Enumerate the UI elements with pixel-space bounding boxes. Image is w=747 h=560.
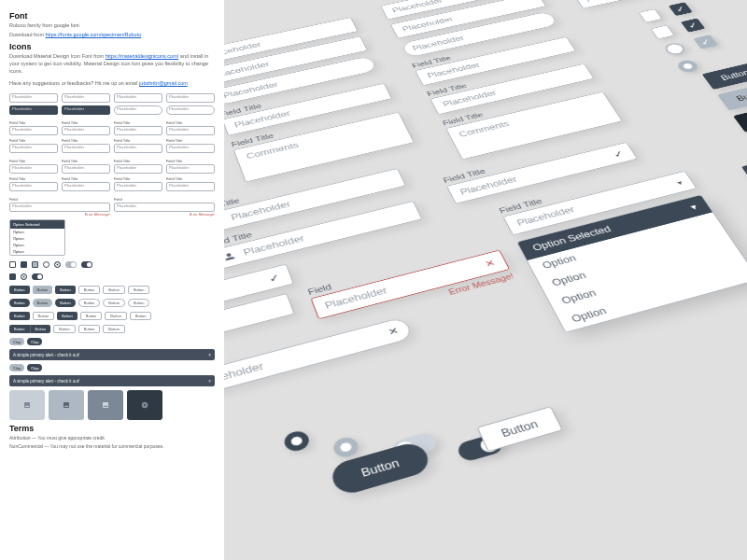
mini-alert: A simple primary alert - check it out!× (9, 375, 215, 386)
mini-checkbox-alt[interactable] (32, 261, 38, 268)
mini-input-check[interactable]: Placeholder (9, 182, 58, 191)
close-icon[interactable]: × (208, 379, 211, 384)
mini-button-icon[interactable]: Button (9, 312, 30, 320)
mini-checkbox-on[interactable] (21, 261, 27, 268)
mini-chip[interactable]: Chip (9, 338, 24, 345)
mini-input-dark[interactable]: Placeholder (62, 105, 110, 115)
font-desc-1: Roboto family from google font. (9, 22, 215, 30)
mini-input-icon[interactable]: Placeholder (62, 164, 110, 174)
feedback-email-link[interactable]: jobshnbr@gmail.com (139, 80, 188, 86)
mini-button-dropdown[interactable]: Button (80, 312, 103, 320)
mini-toggle-on[interactable] (81, 261, 92, 268)
documentation-panel: Font Roboto family from google font. Dow… (0, 0, 224, 560)
mini-dropdown[interactable]: Option Selected Option Option Option Opt… (9, 219, 65, 256)
mini-input-select[interactable]: Placeholder (166, 182, 215, 191)
feedback-line: Have any suggestions or feedbacks? Hit m… (9, 80, 215, 88)
mini-input[interactable]: Placeholder (166, 144, 215, 153)
mini-input[interactable]: Placeholder (114, 144, 162, 153)
terms-heading: Terms (9, 424, 215, 433)
mini-input[interactable]: Placeholder (114, 93, 162, 103)
button-primary[interactable]: Button (702, 62, 747, 90)
close-icon[interactable]: ✕ (387, 325, 401, 338)
mini-input-dark[interactable]: Placeholder (9, 105, 58, 115)
mini-button-pill[interactable]: Button (33, 299, 53, 307)
mini-input-error[interactable]: Placeholder (114, 203, 215, 212)
mini-input-select[interactable]: Placeholder (114, 182, 162, 191)
mini-button-outline[interactable]: Button (128, 286, 150, 294)
mini-card[interactable] (88, 390, 123, 420)
mini-card[interactable] (127, 390, 162, 420)
mini-button-sm[interactable]: Button (53, 325, 76, 333)
mini-checkbox-on[interactable] (9, 273, 16, 280)
text-input[interactable]: Placeholder (573, 0, 724, 8)
mini-input[interactable]: Placeholder (62, 144, 110, 153)
play-icon (141, 401, 148, 409)
radio[interactable] (663, 42, 688, 57)
mini-button-pill-outline[interactable]: Button (78, 299, 101, 307)
icons-heading: Icons (9, 42, 215, 51)
mini-input[interactable]: Placeholder (62, 93, 110, 103)
mini-input-error[interactable]: Placeholder (9, 203, 110, 212)
button-group-left[interactable]: Button (741, 152, 747, 185)
checkbox[interactable] (650, 25, 674, 39)
mini-radio-on[interactable] (21, 273, 27, 280)
mini-button[interactable]: Button (9, 286, 30, 294)
font-desc-2: Download from https://fonts.google.com/s… (9, 32, 215, 39)
mini-input[interactable]: Placeholder (62, 126, 110, 135)
mini-input[interactable]: Placeholder (9, 126, 58, 135)
button-outline[interactable]: Button (477, 406, 563, 452)
mini-button-dropdown[interactable]: Button (105, 312, 127, 320)
mini-button[interactable]: Button (55, 286, 76, 294)
labeled-field: Field Placeholder (569, 0, 724, 8)
mini-btngrp[interactable]: Button (9, 325, 30, 333)
mini-input-icon[interactable]: Placeholder (166, 164, 215, 174)
mini-input[interactable]: Placeholder (9, 93, 58, 103)
mini-toggle-on[interactable] (32, 273, 43, 280)
mini-card[interactable] (9, 390, 45, 420)
close-icon[interactable]: × (208, 353, 211, 357)
mini-toggle[interactable] (65, 261, 77, 268)
mini-input-icon[interactable]: Placeholder (114, 164, 162, 174)
radio-selected[interactable] (282, 428, 312, 453)
textarea[interactable]: Comments (233, 112, 415, 182)
mini-input-icon[interactable]: Placeholder (9, 164, 58, 174)
mini-input[interactable]: Placeholder (114, 126, 162, 135)
checkbox[interactable] (639, 8, 663, 22)
mini-btngrp[interactable]: Button (30, 325, 51, 333)
mini-button-pill-outline[interactable]: Button (128, 299, 150, 307)
mini-input[interactable]: Placeholder (9, 144, 58, 153)
mini-chip[interactable]: Chip (27, 364, 42, 371)
mini-button-sm[interactable]: Button (103, 325, 125, 333)
mini-input[interactable]: Placeholder (166, 93, 215, 103)
roboto-link[interactable]: https://fonts.google.com/specimen/Roboto (46, 32, 142, 37)
mini-button-pill[interactable]: Button (9, 299, 30, 307)
mini-input-pill[interactable]: Placeholder (114, 105, 162, 115)
mini-input[interactable]: Placeholder (166, 126, 215, 135)
mini-input-pill[interactable]: Placeholder (166, 105, 215, 115)
radio-alt[interactable] (675, 59, 700, 74)
mini-button-dropdown[interactable]: Button (130, 312, 152, 320)
mini-chip[interactable]: Chip (9, 364, 24, 371)
checkbox-alt[interactable]: ✓ (693, 35, 718, 49)
term-attribution: Attribution — You must give appropriate … (9, 435, 215, 441)
mini-button-sm[interactable]: Button (78, 325, 101, 333)
mini-checkbox[interactable] (9, 261, 16, 268)
mini-card[interactable] (49, 390, 84, 420)
mini-button-pill[interactable]: Button (55, 299, 76, 307)
mini-input-check[interactable]: Placeholder (62, 182, 110, 191)
radio-alt[interactable] (331, 435, 360, 460)
mini-button-pill-outline[interactable]: Button (103, 299, 125, 307)
mini-button-outline[interactable]: Button (103, 286, 125, 294)
close-icon[interactable]: ✕ (483, 258, 497, 269)
checkbox-checked[interactable]: ✓ (681, 19, 705, 33)
mini-chip[interactable]: Chip (27, 338, 42, 345)
mini-button-outline[interactable]: Button (78, 286, 101, 294)
mini-button-dropdown[interactable]: Button (57, 312, 78, 320)
mini-button-icon[interactable]: Button (33, 312, 55, 320)
mini-radio[interactable] (43, 261, 49, 268)
mdi-link[interactable]: https://materialdesignicons.com/ (106, 53, 179, 59)
checkbox-checked[interactable]: ✓ (669, 2, 693, 16)
mini-controls-row (9, 261, 215, 268)
mini-radio-on[interactable] (54, 261, 61, 268)
mini-button[interactable]: Button (33, 286, 53, 294)
